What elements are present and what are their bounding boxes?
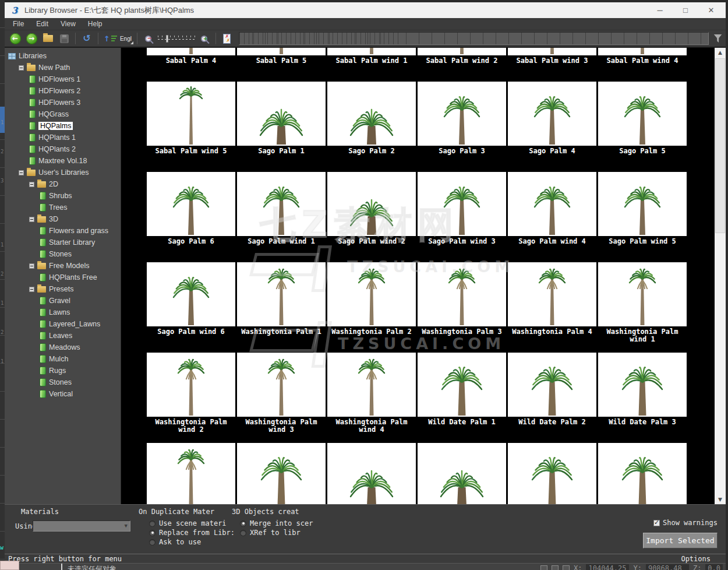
thumbnail-sabal-palm-wind-1[interactable] [327, 48, 416, 55]
tree-item-hqplants-free[interactable]: HQPlants Free [5, 272, 121, 283]
thumbnail-sago-palm-wind-6[interactable] [147, 262, 235, 326]
xref-options-button[interactable] [220, 31, 234, 45]
tree-item-2d[interactable]: 2D [5, 178, 121, 190]
radio-icon[interactable] [240, 530, 246, 536]
slider-thumb[interactable] [166, 35, 168, 43]
thumbnail-row6-col2[interactable] [237, 443, 326, 504]
tree-item-layered-lawns[interactable]: Layered_Lawns [5, 318, 121, 330]
vertical-scrollbar[interactable]: ▲ ▼ [715, 48, 726, 504]
back-button[interactable]: ← [8, 31, 22, 45]
show-warnings-option[interactable]: Show warnings [653, 519, 718, 527]
thumbnail-row6-col1[interactable] [147, 443, 235, 504]
thumbnail-sago-palm-wind-1[interactable] [237, 172, 326, 236]
close-button[interactable]: ✕ [706, 6, 716, 15]
tree-item-stones[interactable]: Stones [5, 377, 121, 388]
tree-item-maxtree-vol-18[interactable]: Maxtree Vol.18 [5, 155, 121, 167]
thumbnail-washingtonia-palm-1[interactable] [237, 262, 326, 326]
thumbnail-size-slider[interactable] [158, 34, 195, 43]
thumbnail-washingtonia-palm-wind-1[interactable] [598, 262, 687, 326]
thumbnail-sago-palm-wind-3[interactable] [418, 172, 506, 236]
thumbnail-sago-palm-6[interactable] [147, 172, 235, 236]
tree-item-flowers-and-grass[interactable]: Flowers and grass [5, 225, 121, 237]
tree-item-hqplants-2[interactable]: HQPlants 2 [5, 143, 121, 155]
thumbnail-row6-col6[interactable] [598, 443, 687, 504]
sort-button[interactable]: ↑ Engl [103, 34, 133, 43]
thumbnail-wild-date-palm-3[interactable] [598, 353, 687, 417]
duplicate-option-replace-from-libr-[interactable]: Replace from Libr: [149, 529, 235, 537]
filter-funnel-icon[interactable] [713, 34, 722, 43]
radio-icon[interactable] [149, 520, 156, 527]
save-button[interactable] [57, 31, 71, 45]
tree-item-mulch[interactable]: Mulch [5, 353, 121, 365]
thumbnail-washingtonia-palm-wind-4[interactable] [327, 353, 416, 417]
tree-item-trees[interactable]: Trees [5, 202, 121, 213]
duplicate-option-ask-to-use[interactable]: Ask to use [149, 538, 201, 546]
menu-edit[interactable]: Edit [36, 20, 48, 28]
collapse-expander-icon[interactable] [19, 65, 24, 71]
thumbnail-washingtonia-palm-2[interactable] [327, 262, 416, 326]
collapse-expander-icon[interactable] [29, 263, 34, 269]
menu-file[interactable]: File [13, 20, 24, 28]
zoom-out-button[interactable]: − [142, 31, 156, 45]
tree-item-hqplants-1[interactable]: HQPlants 1 [5, 132, 121, 143]
thumbnail-sabal-palm-wind-2[interactable] [418, 48, 506, 55]
refresh-button[interactable]: ↺ [80, 31, 94, 45]
tree-item-libraries[interactable]: Libraries [5, 50, 121, 62]
checkbox-checked-icon[interactable] [653, 520, 660, 526]
thumbnail-row6-col5[interactable] [508, 443, 596, 504]
thumbnail-sago-palm-5[interactable] [598, 82, 687, 146]
maximize-button[interactable]: □ [680, 6, 691, 15]
forward-button[interactable]: → [24, 31, 38, 45]
thumbnail-row6-col4[interactable] [418, 443, 506, 504]
tree-item-hdflowers-1[interactable]: HDFlowers 1 [5, 73, 121, 85]
objects-option-merge-into-scer[interactable]: Merge into scer [240, 519, 313, 527]
thumbnail-washingtonia-palm-3[interactable] [418, 262, 506, 326]
tree-item-new-path[interactable]: New Path [5, 62, 121, 73]
thumbnail-sago-palm-wind-4[interactable] [508, 172, 596, 236]
scroll-up-arrow-icon[interactable]: ▲ [715, 48, 726, 57]
thumbnail-washingtonia-palm-4[interactable] [508, 262, 596, 326]
tree-item-stones[interactable]: Stones [5, 248, 121, 260]
objects-option-xref-to-libr[interactable]: XRef to libr [240, 529, 301, 537]
radio-icon[interactable] [149, 539, 156, 546]
collapse-expander-icon[interactable] [29, 182, 34, 187]
tree-item-gravel[interactable]: Gravel [5, 295, 121, 307]
thumbnail-row6-col3[interactable] [327, 443, 416, 504]
thumbnail-sago-palm-2[interactable] [327, 82, 416, 146]
tree-item-presets[interactable]: Presets [5, 283, 121, 295]
quick-jump-index-strip[interactable] [239, 32, 709, 45]
collapse-expander-icon[interactable] [29, 287, 34, 292]
tree-item-shrubs[interactable]: Shrubs [5, 190, 121, 202]
tree-item-hdflowers-2[interactable]: HDFlowers 2 [5, 85, 121, 97]
material-using-dropdown[interactable]: ▼ [33, 520, 130, 532]
tree-item-rugs[interactable]: Rugs [5, 365, 121, 377]
x-value-field[interactable]: 104044.25 [586, 564, 629, 570]
thumbnail-sago-palm-1[interactable] [237, 82, 326, 146]
thumbnail-sabal-palm-wind-5[interactable] [147, 82, 235, 146]
thumbnail-wild-date-palm-1[interactable] [418, 353, 506, 417]
tree-item-3d[interactable]: 3D [5, 213, 121, 225]
thumbnail-washingtonia-palm-wind-2[interactable] [147, 353, 235, 417]
thumbnail-sago-palm-3[interactable] [418, 82, 506, 146]
menu-help[interactable]: Help [88, 20, 103, 28]
import-selected-button[interactable]: Import Selected [643, 533, 718, 548]
minimize-button[interactable]: ─ [655, 6, 665, 15]
tree-item-hqpalms[interactable]: HQPalms [5, 120, 121, 132]
thumbnail-sago-palm-wind-2[interactable] [327, 172, 416, 236]
thumbnail-sabal-palm-4[interactable] [147, 48, 235, 55]
open-library-button[interactable] [41, 31, 55, 45]
tree-item-hqgrass[interactable]: HQGrass [5, 108, 121, 120]
tree-item-leaves[interactable]: Leaves [5, 330, 121, 342]
menu-view[interactable]: View [61, 20, 76, 28]
tree-item-user-s-libraries[interactable]: User's Libraries [5, 167, 121, 178]
collapse-expander-icon[interactable] [19, 170, 24, 175]
radio-selected-icon[interactable] [149, 530, 156, 536]
z-value-field[interactable]: 0.0 [705, 564, 723, 570]
collapse-expander-icon[interactable] [29, 217, 34, 222]
duplicate-option-use-scene-materi[interactable]: Use scene materi [149, 519, 227, 527]
thumbnail-wild-date-palm-2[interactable] [508, 353, 596, 417]
scroll-down-arrow-icon[interactable]: ▼ [715, 495, 726, 504]
radio-selected-icon[interactable] [240, 520, 246, 527]
tree-item-lawns[interactable]: Lawns [5, 307, 121, 318]
options-link[interactable]: Options [681, 555, 723, 563]
